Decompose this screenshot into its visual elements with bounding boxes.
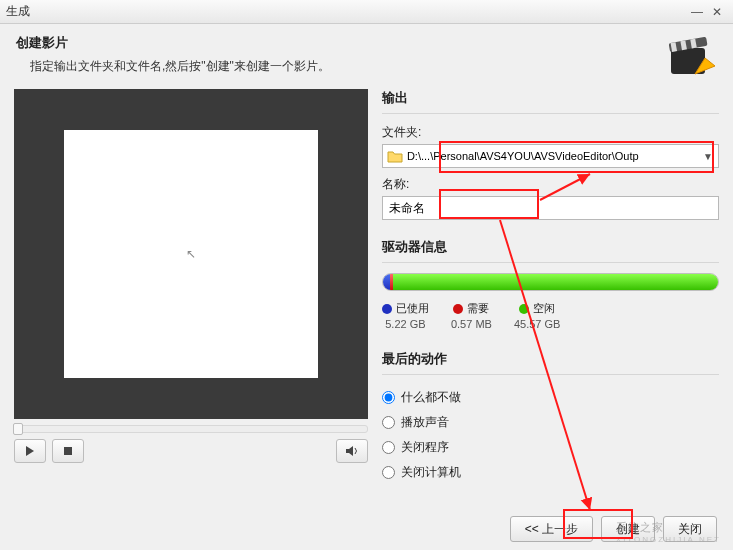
minimize-button[interactable]: —	[687, 4, 707, 20]
radio-play-sound-input[interactable]	[382, 416, 395, 429]
radio-do-nothing-input[interactable]	[382, 391, 395, 404]
drive-need-segment	[390, 274, 393, 290]
titlebar: 生成 — ✕	[0, 0, 733, 24]
legend-used-value: 5.22 GB	[382, 318, 429, 330]
legend-need-label: 需要	[467, 302, 489, 314]
output-section-title: 输出	[382, 89, 719, 107]
dot-green-icon	[519, 304, 529, 314]
name-field[interactable]	[382, 196, 719, 220]
drive-used-segment	[383, 274, 390, 290]
play-icon	[25, 446, 35, 456]
close-window-button[interactable]: ✕	[707, 4, 727, 20]
svg-rect-5	[64, 447, 72, 455]
radio-do-nothing-label: 什么都不做	[401, 389, 461, 406]
watermark-line1: 系统之家	[616, 521, 664, 533]
legend-need-value: 0.57 MB	[451, 318, 492, 330]
stop-icon	[63, 446, 73, 456]
drive-usage-bar	[382, 273, 719, 291]
dot-blue-icon	[382, 304, 392, 314]
video-preview: ↖	[14, 89, 368, 419]
drive-section-title: 驱动器信息	[382, 238, 719, 256]
radio-close-program-input[interactable]	[382, 441, 395, 454]
radio-close-program[interactable]: 关闭程序	[382, 435, 719, 460]
stop-button[interactable]	[52, 439, 84, 463]
watermark: 系统之家 XITONGZHIJIA.NET	[616, 520, 721, 544]
radio-shutdown-label: 关闭计算机	[401, 464, 461, 481]
page-title: 创建影片	[16, 34, 717, 52]
folder-dropdown-caret[interactable]: ▼	[700, 151, 716, 162]
legend-used-label: 已使用	[396, 302, 429, 314]
header: 创建影片 指定输出文件夹和文件名,然后按"创建"来创建一个影片。	[0, 24, 733, 81]
legend-free-label: 空闲	[533, 302, 555, 314]
watermark-line2: XITONGZHIJIA.NET	[616, 535, 721, 544]
final-action-group: 什么都不做 播放声音 关闭程序 关闭计算机	[382, 385, 719, 485]
radio-close-program-label: 关闭程序	[401, 439, 449, 456]
seek-bar[interactable]	[14, 425, 368, 433]
back-button[interactable]: << 上一步	[510, 516, 593, 542]
page-subtitle: 指定输出文件夹和文件名,然后按"创建"来创建一个影片。	[30, 58, 717, 75]
legend-free: 空闲 45.57 GB	[514, 301, 560, 330]
volume-button[interactable]	[336, 439, 368, 463]
radio-do-nothing[interactable]: 什么都不做	[382, 385, 719, 410]
divider	[382, 262, 719, 263]
divider	[382, 113, 719, 114]
drive-free-segment	[393, 274, 718, 290]
dot-red-icon	[453, 304, 463, 314]
preview-column: ↖	[14, 89, 368, 485]
name-label: 名称:	[382, 176, 719, 193]
clapper-icon	[665, 30, 715, 80]
final-section-title: 最后的动作	[382, 350, 719, 368]
folder-input[interactable]	[407, 150, 700, 162]
folder-field[interactable]: ▼	[382, 144, 719, 168]
radio-play-sound-label: 播放声音	[401, 414, 449, 431]
name-input[interactable]	[383, 197, 718, 219]
radio-shutdown-input[interactable]	[382, 466, 395, 479]
radio-shutdown[interactable]: 关闭计算机	[382, 460, 719, 485]
speaker-icon	[345, 445, 359, 457]
divider	[382, 374, 719, 375]
window-title: 生成	[6, 3, 30, 20]
cursor-icon: ↖	[186, 247, 196, 261]
legend-need: 需要 0.57 MB	[451, 301, 492, 330]
folder-icon	[387, 149, 403, 163]
drive-legend: 已使用 5.22 GB 需要 0.57 MB 空闲 45.57 GB	[382, 301, 719, 330]
legend-free-value: 45.57 GB	[514, 318, 560, 330]
settings-column: 输出 文件夹: ▼ 名称: 驱动器信息 已使用 5.22 GB	[382, 89, 719, 485]
legend-used: 已使用 5.22 GB	[382, 301, 429, 330]
play-button[interactable]	[14, 439, 46, 463]
radio-play-sound[interactable]: 播放声音	[382, 410, 719, 435]
player-controls	[14, 439, 368, 463]
folder-label: 文件夹:	[382, 124, 719, 141]
seek-knob[interactable]	[13, 423, 23, 435]
